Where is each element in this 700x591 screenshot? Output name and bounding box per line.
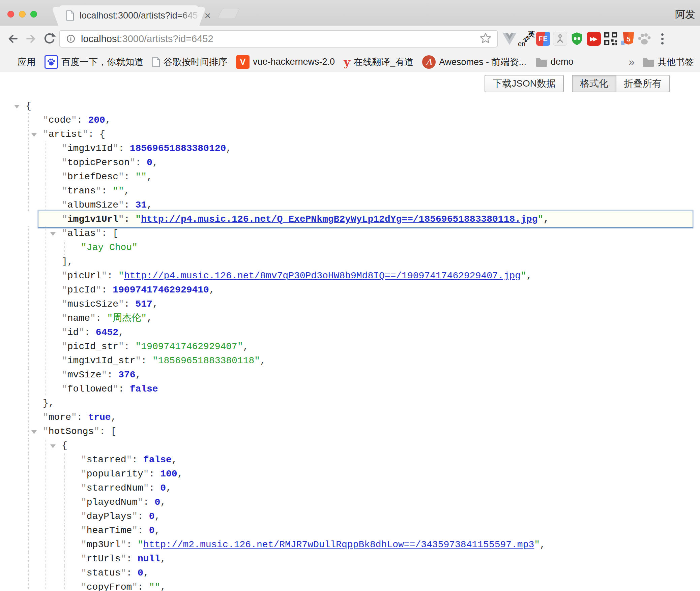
collapse-caret-icon[interactable] (50, 444, 56, 448)
bookmark-other-bookmarks[interactable]: 其他书签 (642, 56, 694, 68)
json-punct: " (43, 115, 49, 125)
new-tab-button[interactable] (217, 8, 240, 19)
collapse-all-button[interactable]: 折叠所有 (616, 75, 670, 92)
url-link[interactable]: http://p4.music.126.net/8mv7qP30Pd3oHW8b… (124, 271, 521, 281)
json-punct: " (62, 172, 67, 182)
json-row: "musicSize": 517, (0, 297, 700, 311)
indent-guide (64, 538, 65, 552)
json-punct: " (132, 525, 138, 536)
json-row: "hearTime": 0, (0, 524, 700, 538)
json-key: picUrl (67, 271, 101, 281)
json-punct: " (130, 157, 136, 168)
indent-guide (64, 524, 65, 538)
json-key: code (49, 115, 71, 125)
bookmark-vue-hackernews[interactable]: V vue-hackernews-2.0 (236, 55, 335, 69)
folder-icon (642, 57, 654, 67)
address-bar[interactable]: localhost:3000/artists?id=6452 (59, 30, 498, 48)
site-info-icon[interactable] (65, 33, 77, 45)
collapse-caret-icon[interactable] (14, 105, 20, 108)
qr-code-extension-icon[interactable] (602, 30, 619, 47)
url-link[interactable]: http://p4.music.126.net/Q_ExePNkmgB2yWyL… (141, 214, 537, 224)
json-punct: : (126, 554, 138, 564)
json-punct: , (543, 214, 549, 224)
close-window-button[interactable] (7, 11, 14, 18)
json-punct: : [ (101, 228, 118, 239)
json-punct: : (126, 568, 138, 578)
json-string: " (138, 539, 143, 550)
json-string: " (534, 539, 540, 550)
bookmark-youdao-translate[interactable]: y 在线翻译_有道 (344, 55, 413, 69)
collapse-caret-icon[interactable] (50, 232, 56, 236)
json-punct: , (135, 370, 141, 380)
format-button[interactable]: 格式化 (572, 75, 616, 92)
fullscreen-window-button[interactable] (30, 11, 37, 18)
json-punct: : (126, 539, 138, 550)
profile-name[interactable]: 阿发 (675, 8, 695, 22)
video-downloader-extension-icon[interactable]: ▶▶ (585, 30, 602, 47)
indent-guide (46, 453, 46, 467)
reload-button[interactable] (41, 31, 57, 47)
indent-guide (64, 509, 65, 524)
json-string: "" (113, 186, 124, 196)
json-key: mp3Url (87, 539, 121, 550)
json-punct: " (118, 214, 124, 224)
json-punct: " (62, 228, 67, 239)
indent-guide (46, 509, 46, 524)
forward-button[interactable] (23, 31, 39, 47)
json-key: briefDesc (67, 172, 118, 182)
json-punct: : (118, 143, 130, 154)
json-punct: : (124, 200, 136, 210)
json-punct: " (62, 327, 67, 338)
json-key: status (87, 568, 121, 578)
json-row: "status": 0, (0, 566, 700, 580)
json-punct: , (111, 412, 117, 423)
json-punct: " (118, 341, 124, 352)
bookmark-apps[interactable]: 应用 (6, 56, 36, 68)
awesomes-icon: A (422, 55, 436, 69)
fe-extension-icon[interactable]: FE (535, 30, 552, 47)
json-row: }, (0, 396, 700, 410)
page-icon (66, 10, 74, 21)
json-key: playedNum (87, 497, 138, 507)
html5-extension-icon[interactable]: 5 (619, 30, 636, 47)
json-punct: " (62, 214, 67, 224)
json-row: "artist": { (0, 127, 700, 142)
json-row: "name": "周杰伦", (0, 311, 700, 325)
translate-extension-icon[interactable]: 英 en ⇄ (518, 30, 535, 47)
json-punct: " (62, 200, 67, 210)
indent-guide (28, 410, 29, 425)
bookmark-google-sort[interactable]: 谷歌按时间排序 (152, 56, 227, 68)
indent-guide (28, 255, 29, 269)
collapse-caret-icon[interactable] (31, 133, 37, 137)
octotree-extension-icon[interactable] (552, 30, 568, 47)
bookmark-star-icon[interactable] (479, 31, 492, 46)
chrome-menu-icon[interactable] (655, 33, 669, 44)
tab-close-icon[interactable]: × (205, 10, 211, 21)
bookmark-folder-demo[interactable]: demo (535, 57, 574, 67)
json-punct: " (62, 271, 67, 281)
json-punct: " (62, 285, 67, 295)
json-row: "dayPlays": 0, (0, 509, 700, 524)
indent-guide (28, 580, 29, 591)
bookmarks-overflow-icon[interactable]: » (629, 56, 635, 68)
json-row: "alias": [ (0, 226, 700, 241)
bookmark-baidu[interactable]: 百度一下，你就知道 (45, 55, 143, 69)
json-row: "hotSongs": [ (0, 425, 700, 439)
minimize-window-button[interactable] (19, 11, 26, 18)
browser-tab[interactable]: localhost:3000/artists?id=645 × (59, 5, 198, 26)
tampermonkey-extension-icon[interactable] (568, 30, 585, 47)
url-link[interactable]: http://m2.music.126.net/RMJR7wDullRqppBk… (143, 539, 534, 550)
indent-guide (28, 552, 29, 566)
vue-devtools-icon[interactable] (501, 30, 518, 47)
indent-guide (46, 170, 46, 184)
indent-guide (28, 425, 29, 439)
back-button[interactable] (5, 31, 21, 47)
collapse-caret-icon[interactable] (31, 430, 37, 434)
json-punct: , (143, 568, 149, 578)
paw-extension-icon[interactable] (636, 30, 653, 47)
indent-guide (28, 524, 29, 538)
bookmark-awesomes[interactable]: A Awesomes - 前端资... (422, 55, 526, 69)
json-punct: " (43, 412, 49, 423)
download-json-button[interactable]: 下载JSON数据 (485, 75, 564, 92)
json-key: followed (67, 384, 113, 394)
